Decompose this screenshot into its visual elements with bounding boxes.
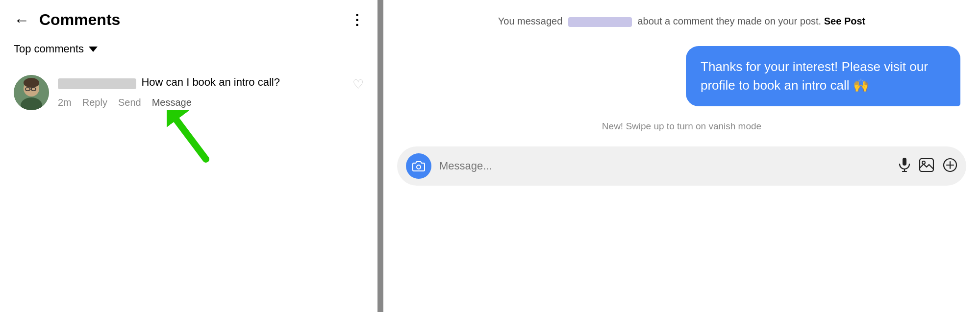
sort-label: Top comments: [14, 43, 84, 55]
comment-actions: 2m Reply Send Message: [58, 97, 364, 108]
input-icons: [899, 157, 957, 175]
comment-time: 2m: [58, 97, 72, 108]
avatar: [14, 75, 49, 110]
recipient-username-blur: [568, 17, 632, 27]
messages-panel: You messaged about a comment they made o…: [383, 0, 980, 312]
svg-rect-13: [920, 159, 933, 171]
message-bubble-area: Thanks for your interest! Please visit o…: [383, 38, 980, 114]
comment-text-area: How can I book an intro call?: [58, 75, 347, 90]
page-title: Comments: [39, 11, 120, 29]
comment-text: How can I book an intro call?: [141, 76, 280, 88]
notification-pre: You messaged: [498, 16, 563, 26]
add-button[interactable]: [943, 158, 957, 174]
message-button[interactable]: Message: [152, 97, 192, 108]
sort-row[interactable]: Top comments: [0, 38, 377, 65]
sort-dropdown-icon[interactable]: [89, 47, 98, 52]
svg-rect-10: [903, 158, 906, 166]
panel-divider: [377, 0, 383, 312]
send-button[interactable]: Send: [118, 97, 141, 108]
message-text: Thanks for your interest! Please visit o…: [701, 59, 928, 93]
camera-button[interactable]: [406, 153, 431, 179]
comments-panel: ← Comments ⋮ Top comments: [0, 0, 377, 312]
back-button[interactable]: ←: [14, 12, 29, 28]
comments-header: ← Comments ⋮: [0, 0, 377, 38]
svg-line-8: [176, 120, 206, 159]
notification-post: about a comment they made on your post.: [638, 16, 822, 26]
see-post-link[interactable]: See Post: [824, 16, 865, 26]
image-icon[interactable]: [919, 158, 934, 174]
reply-button[interactable]: Reply: [82, 97, 107, 108]
message-input-row: [397, 146, 966, 186]
notification-banner: You messaged about a comment they made o…: [383, 0, 980, 38]
svg-point-3: [24, 78, 39, 88]
camera-icon: [412, 161, 425, 171]
comment-text-row: How can I book an intro call? ♡: [58, 75, 364, 92]
svg-point-9: [417, 165, 421, 169]
like-button[interactable]: ♡: [352, 77, 364, 92]
comment-body: How can I book an intro call? ♡ 2m Reply…: [58, 75, 364, 108]
sent-message-bubble: Thanks for your interest! Please visit o…: [686, 46, 960, 106]
more-options-button[interactable]: ⋮: [350, 12, 364, 28]
message-input[interactable]: [439, 160, 891, 172]
vanish-mode-notice: New! Swipe up to turn on vanish mode: [383, 114, 980, 142]
microphone-icon[interactable]: [899, 157, 910, 175]
avatar-image: [14, 75, 49, 110]
commenter-username-blur: [58, 78, 136, 89]
green-arrow-indicator: [167, 110, 377, 166]
header-left: ← Comments: [14, 11, 120, 29]
